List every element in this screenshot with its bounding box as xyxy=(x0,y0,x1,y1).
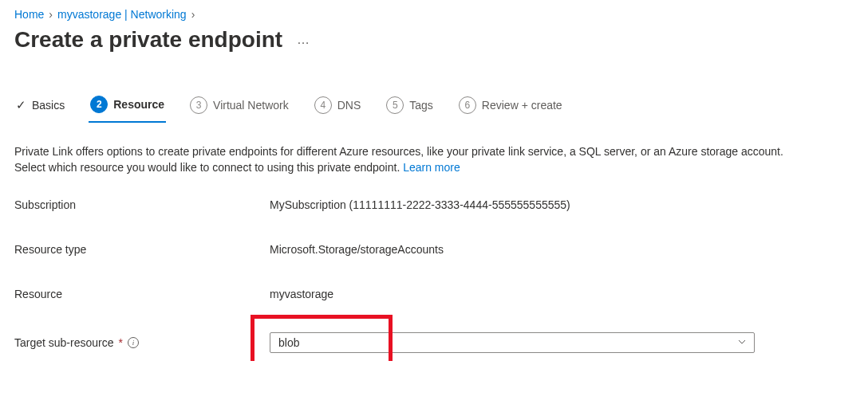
tab-label: Resource xyxy=(113,98,164,111)
step-number-icon: 3 xyxy=(190,96,207,114)
breadcrumb: Home › myvastorage | Networking › xyxy=(14,8,854,21)
description-text: Private Link offers options to create pr… xyxy=(14,143,796,176)
wizard-tabs: ✓ Basics 2 Resource 3 Virtual Network 4 … xyxy=(14,91,854,123)
tab-virtual-network[interactable]: 3 Virtual Network xyxy=(188,92,290,122)
info-icon[interactable]: i xyxy=(128,337,139,348)
tab-basics[interactable]: ✓ Basics xyxy=(14,93,66,120)
target-sub-resource-select-wrap: blob xyxy=(270,332,755,353)
step-number-icon: 6 xyxy=(459,96,476,114)
resource-type-label: Resource type xyxy=(14,243,270,256)
row-subscription: Subscription MySubscription (11111111-22… xyxy=(14,198,854,211)
tab-label: DNS xyxy=(337,99,361,112)
chevron-right-icon: › xyxy=(49,8,53,21)
row-resource-type: Resource type Microsoft.Storage/storageA… xyxy=(14,243,854,256)
step-number-icon: 4 xyxy=(314,96,332,114)
resource-type-value: Microsoft.Storage/storageAccounts xyxy=(270,243,444,256)
breadcrumb-networking[interactable]: myvastorage | Networking xyxy=(57,8,187,21)
tab-label: Review + create xyxy=(482,99,562,112)
tab-tags[interactable]: 5 Tags xyxy=(385,92,435,122)
breadcrumb-home[interactable]: Home xyxy=(14,8,44,21)
chevron-right-icon: › xyxy=(191,8,195,21)
resource-label: Resource xyxy=(14,288,270,300)
label-text: Target sub-resource xyxy=(14,336,114,349)
title-row: Create a private endpoint … xyxy=(14,27,854,53)
row-resource: Resource myvastorage xyxy=(14,288,854,300)
desc-body: Private Link offers options to create pr… xyxy=(14,145,783,174)
tab-dns[interactable]: 4 DNS xyxy=(313,92,363,122)
tab-label: Tags xyxy=(409,99,433,112)
tab-label: Virtual Network xyxy=(213,99,289,112)
tab-label: Basics xyxy=(32,99,65,112)
step-number-icon: 5 xyxy=(386,96,404,114)
target-sub-resource-value-col: blob xyxy=(270,332,755,353)
step-number-icon: 2 xyxy=(90,96,108,113)
target-sub-resource-select[interactable]: blob xyxy=(270,332,755,353)
row-target-sub-resource: Target sub-resource * i blob xyxy=(14,332,854,353)
subscription-value: MySubscription (11111111-2222-3333-4444-… xyxy=(270,198,570,211)
learn-more-link[interactable]: Learn more xyxy=(403,161,460,174)
target-sub-resource-label: Target sub-resource * i xyxy=(14,336,270,349)
tab-review-create[interactable]: 6 Review + create xyxy=(457,92,564,122)
required-indicator: * xyxy=(119,336,123,349)
more-icon[interactable]: … xyxy=(294,29,314,50)
resource-value: myvastorage xyxy=(270,288,333,300)
select-value: blob xyxy=(278,336,299,349)
page-title: Create a private endpoint xyxy=(14,27,282,53)
subscription-label: Subscription xyxy=(14,198,270,211)
check-icon: ✓ xyxy=(16,98,26,112)
tab-resource[interactable]: 2 Resource xyxy=(89,91,166,123)
